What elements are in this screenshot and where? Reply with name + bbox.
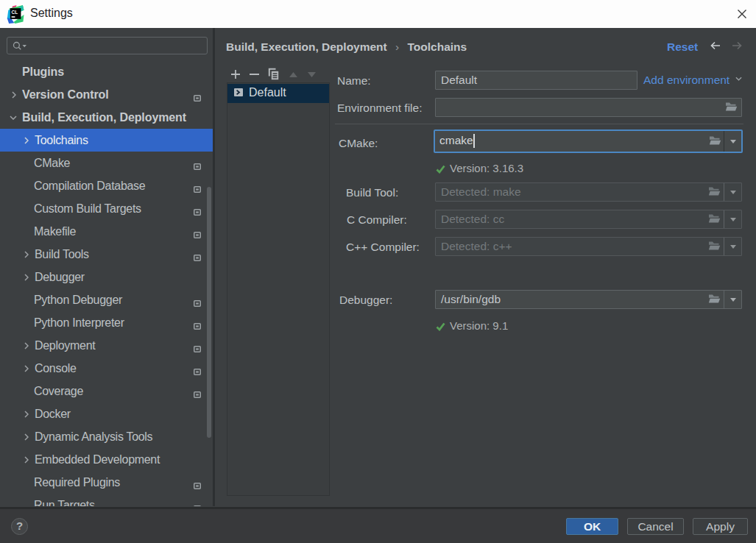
svg-text:CL: CL: [12, 10, 18, 15]
